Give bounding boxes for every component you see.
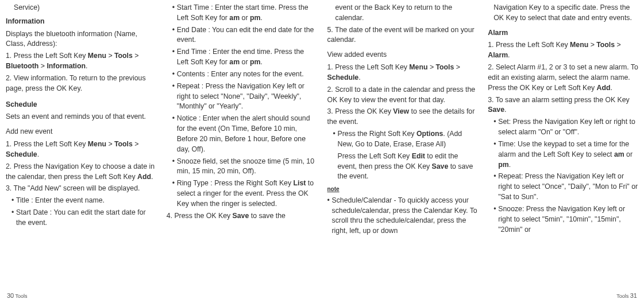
page-number-right: 31 xyxy=(630,292,637,299)
view-step-2: 2. Scroll to a date in the calendar and … xyxy=(327,85,478,106)
schedule-heading: Schedule xyxy=(6,100,156,110)
bullet-snooze: •Snooze field, set the snooze time (5 mi… xyxy=(167,157,317,177)
information-heading: Information xyxy=(6,17,156,27)
view-added-heading: View added events xyxy=(327,50,478,60)
bullet-ringtype: •Ring Type : Press the Right Soft Key Li… xyxy=(167,178,317,209)
service-tail: Service) xyxy=(6,3,156,13)
note-bullet: •Schedule/Calendar - To quickly access y… xyxy=(327,196,478,236)
view-step-1: 1. Press the Left Soft Key Menu > Tools … xyxy=(327,63,478,83)
add-bullet-title: •Title : Enter the event name. xyxy=(6,196,156,206)
information-desc: Displays the bluetooth information (Name… xyxy=(6,29,156,50)
info-step-2: 2. View information. To return to the pr… xyxy=(6,73,156,94)
add-step-2: 2. Press the Navigation Key to choose a … xyxy=(6,162,156,182)
info-step-1: 1. Press the Left Soft Key Menu > Tools … xyxy=(6,51,156,72)
alarm-bullet-time: •Time: Use the keypad to set a time for … xyxy=(488,139,638,170)
alarm-heading: Alarm xyxy=(488,28,638,38)
manual-spread: Service) Information Displays the blueto… xyxy=(0,0,644,238)
column-3: event or the Back Key to return to the c… xyxy=(327,0,478,238)
page-number-left: 30 xyxy=(7,292,14,299)
note-cont: Navigation Key to a specific date. Press… xyxy=(488,3,638,24)
alarm-bullet-snooze: •Snooze: Press the Navigation Key left o… xyxy=(488,204,638,235)
add-step-4: 4. Press the OK Key Save to save the xyxy=(167,211,317,222)
note-heading: note xyxy=(327,185,478,194)
add-new-event-heading: Add new event xyxy=(6,127,156,137)
column-2: •Start Time : Enter the start time. Pres… xyxy=(167,0,317,238)
footer-label-right: Tools xyxy=(616,293,628,299)
schedule-desc: Sets an event and reminds you of that ev… xyxy=(6,112,156,122)
footer-right: Tools 31 xyxy=(616,292,637,301)
view-step-3: 3. Press the OK Key View to see the deta… xyxy=(327,107,478,127)
view-edit-para: Press the Left Soft Key Edit to edit the… xyxy=(327,152,478,182)
add-step-5: 5. The date of the event will be marked … xyxy=(327,25,478,46)
page-footer: 30 Tools Tools 31 xyxy=(0,292,644,301)
add-step-3: 3. The "Add New" screen will be displaye… xyxy=(6,184,156,194)
bullet-repeat: •Repeat : Press the Navigation Key left … xyxy=(167,81,317,112)
bullet-notice: •Notice : Enter when the alert should so… xyxy=(167,114,317,154)
alarm-bullet-repeat: •Repeat: Press the Navigation Key left o… xyxy=(488,172,638,202)
add-step-1: 1. Press the Left Soft Key Menu > Tools … xyxy=(6,139,156,160)
footer-label-left: Tools xyxy=(16,293,28,299)
column-4: Navigation Key to a specific date. Press… xyxy=(488,0,638,238)
footer-left: 30 Tools xyxy=(7,292,28,301)
column-1: Service) Information Displays the blueto… xyxy=(6,0,156,238)
bullet-contents: •Contents : Enter any notes for the even… xyxy=(167,69,317,80)
view-bullet-options: •Press the Right Soft Key Options. (Add … xyxy=(327,129,478,150)
bullet-endtime: •End Time : Enter the end time. Press th… xyxy=(167,47,317,68)
bullet-starttime: •Start Time : Enter the start time. Pres… xyxy=(167,3,317,24)
bullet-enddate: •End Date : You can edit the end date fo… xyxy=(167,25,317,46)
alarm-step-2: 2. Select Alarm #1, 2 or 3 to set a new … xyxy=(488,63,638,93)
alarm-step-3: 3. To save an alarm setting press the OK… xyxy=(488,95,638,116)
step4-cont: event or the Back Key to return to the c… xyxy=(327,3,478,24)
add-bullet-startdate: •Start Date : You can edit the start dat… xyxy=(6,208,156,228)
alarm-bullet-set: •Set: Press the Navigation Key left or r… xyxy=(488,117,638,138)
alarm-step-1: 1. Press the Left Soft Key Menu > Tools … xyxy=(488,40,638,61)
